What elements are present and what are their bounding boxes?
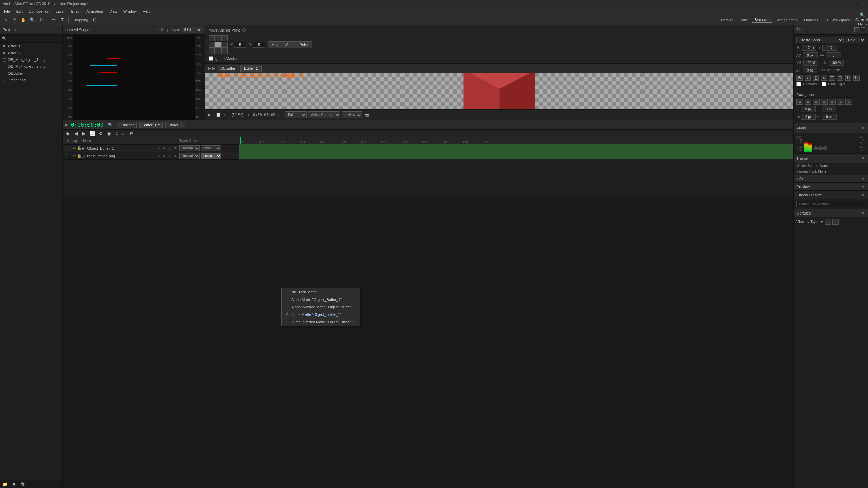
viewer-transparent-btn[interactable]: ⊞	[372, 111, 378, 118]
justify-right[interactable]: ≡	[837, 99, 844, 105]
dropdown-no-track[interactable]: No Track Matte	[282, 288, 360, 296]
quality-select[interactable]: Full Half Quarter	[285, 111, 307, 118]
zoom-tool[interactable]: 🔍	[28, 16, 36, 24]
kerning-input[interactable]	[803, 52, 818, 58]
effects-search-input[interactable]	[796, 201, 865, 207]
menu-layer[interactable]: Layer	[53, 8, 68, 14]
viewer-fit-btn[interactable]: ⊡	[245, 111, 252, 118]
delete-btn[interactable]: 🗑	[19, 481, 26, 488]
select-tool[interactable]: ↖	[2, 16, 9, 24]
anchor-cell-ml[interactable]	[209, 42, 215, 48]
audio-knob-2[interactable]	[818, 146, 823, 150]
menu-view[interactable]: View	[106, 8, 120, 14]
hand-tool[interactable]: ✋	[20, 16, 27, 24]
layer-motion-2[interactable]: M	[162, 154, 167, 158]
audio-knob-1[interactable]	[814, 146, 818, 150]
leading-input[interactable]	[822, 45, 837, 51]
left-indent-input[interactable]	[801, 106, 816, 112]
anchor-cell-bl[interactable]	[209, 48, 215, 54]
menu-file[interactable]: File	[1, 8, 13, 14]
search-input[interactable]	[8, 37, 60, 41]
layer-adj-1[interactable]: ◻	[167, 146, 172, 151]
tl-keyframe-btn[interactable]: ◆	[64, 130, 72, 137]
project-item-buffer1[interactable]: ■ Buffer_1	[0, 43, 62, 49]
underline-btn[interactable]: T	[813, 75, 819, 81]
font-family-select[interactable]: Presto Sans	[796, 37, 844, 43]
justify-left[interactable]: ≡	[821, 99, 828, 105]
view-list-btn[interactable]: ☰	[832, 219, 839, 225]
workspace-default[interactable]: Default	[719, 17, 735, 23]
layer-3d-1[interactable]: 3D	[173, 146, 178, 151]
hindi-digits-checkbox[interactable]	[822, 82, 826, 86]
view-grid-btn[interactable]: ⊞	[825, 219, 831, 225]
timeline-tab-buffer1[interactable]: Buffer_1 ≡	[139, 122, 163, 128]
layer-fx-1[interactable]: fx	[157, 146, 161, 151]
align-center[interactable]: ≡	[805, 99, 811, 105]
anchor-cell-tc[interactable]	[215, 35, 221, 41]
workspace-small-screen[interactable]: Small Screen	[774, 17, 800, 23]
text-tool[interactable]: T	[59, 16, 66, 24]
menu-window[interactable]: Window	[121, 8, 139, 14]
audio-collapse-btn[interactable]: ▼	[861, 125, 865, 131]
viewer-alpha-btn[interactable]: □	[223, 111, 230, 118]
menu-animation[interactable]: Animation	[84, 8, 106, 14]
comp-tab-buffer1[interactable]: Buffer_1	[240, 65, 262, 72]
menu-effect[interactable]: Effect	[68, 8, 83, 14]
char-swatch-1[interactable]	[854, 27, 859, 32]
minimize-button[interactable]: ─	[847, 1, 852, 6]
dropdown-luma-inverted[interactable]: Luma Inverted Matte "Object_Buffer_1"	[282, 318, 360, 326]
anchor-cell-mr[interactable]	[221, 42, 228, 48]
view-by-type[interactable]: View by Type ▼ ⊞ ☰	[794, 217, 868, 226]
rotate-tool[interactable]: ↻	[37, 16, 45, 24]
workspace-learn[interactable]: Learn	[737, 17, 750, 23]
timeline-tab-buffer2[interactable]: Buffer_2	[165, 122, 185, 128]
bit-depth-select[interactable]: 8 Bit	[182, 27, 202, 33]
menu-composition[interactable]: Composition	[26, 8, 52, 14]
viewer-play-btn[interactable]: ▶	[207, 111, 214, 118]
anchor-cell-mc[interactable]	[215, 42, 221, 48]
font-style-select[interactable]: Bold	[845, 37, 865, 43]
pen-tool[interactable]: ✎	[11, 16, 18, 24]
smallcaps-btn[interactable]: Tt	[837, 75, 843, 81]
layer2-blend-select[interactable]: Normal	[179, 153, 200, 159]
layer-motion-1[interactable]: M	[162, 146, 167, 151]
dropdown-alpha-inverted[interactable]: Alpha Inverted Matte "Object_Buffer_1"	[282, 303, 360, 311]
audio-knob-3[interactable]	[823, 146, 827, 150]
tl-motion-btn[interactable]: ⟲	[97, 130, 104, 137]
tl-solo-btn[interactable]: ◉	[105, 130, 112, 137]
char-swatch-2[interactable]	[861, 27, 865, 32]
search-help-btn[interactable]: 🔍 Search Help	[859, 16, 866, 24]
move-custom-point-button[interactable]: Move to Custom Point	[268, 41, 312, 48]
anchor-cell-bc[interactable]	[215, 48, 221, 54]
project-menu-btn[interactable]: ≡	[14, 28, 16, 32]
space-before-input[interactable]	[801, 114, 816, 120]
align-right[interactable]: ≡	[813, 99, 820, 105]
space-after-input[interactable]	[822, 114, 837, 120]
tl-next-key-btn[interactable]: ▶	[80, 130, 88, 137]
preview-collapse-btn[interactable]: ▼	[861, 184, 865, 189]
new-comp-btn[interactable]: ■	[10, 481, 18, 488]
rect-tool[interactable]: ▭	[50, 16, 57, 24]
font-size-input[interactable]	[802, 45, 816, 51]
bold-btn[interactable]: B	[796, 75, 803, 81]
justify-center[interactable]: ≡	[829, 99, 836, 105]
workspace-kb[interactable]: KB_Workspace	[822, 17, 852, 23]
y-input[interactable]	[253, 42, 265, 48]
timeline-tab-obbuffer[interactable]: OBbuffer	[116, 122, 137, 128]
dropdown-alpha-matte[interactable]: Alpha Matte "Object_Buffer_1"	[282, 296, 360, 303]
new-folder-btn[interactable]: 📁	[1, 481, 9, 488]
view-select[interactable]: 1 View	[342, 111, 362, 118]
project-item-preset[interactable]: ▢ Preset.png	[0, 77, 62, 83]
info-collapse-btn[interactable]: ▼	[861, 176, 865, 181]
strikethrough-btn[interactable]: S̶	[821, 75, 827, 81]
workspace-libraries[interactable]: Libraries	[802, 17, 820, 23]
menu-help[interactable]: Help	[140, 8, 153, 14]
viewer-timecode-btn[interactable]: ⏱	[277, 111, 283, 118]
workspace-standard[interactable]: Standard	[752, 17, 772, 23]
tl-render-btn[interactable]: ⊞	[128, 130, 135, 137]
project-item-ob1[interactable]: ▢ OB_Mult_object_1.png	[0, 56, 62, 63]
sub-btn[interactable]: T↓	[853, 75, 860, 81]
ligatures-checkbox[interactable]	[796, 82, 801, 86]
maximize-button[interactable]: □	[854, 1, 859, 6]
justify-all[interactable]: ≡	[845, 99, 852, 105]
